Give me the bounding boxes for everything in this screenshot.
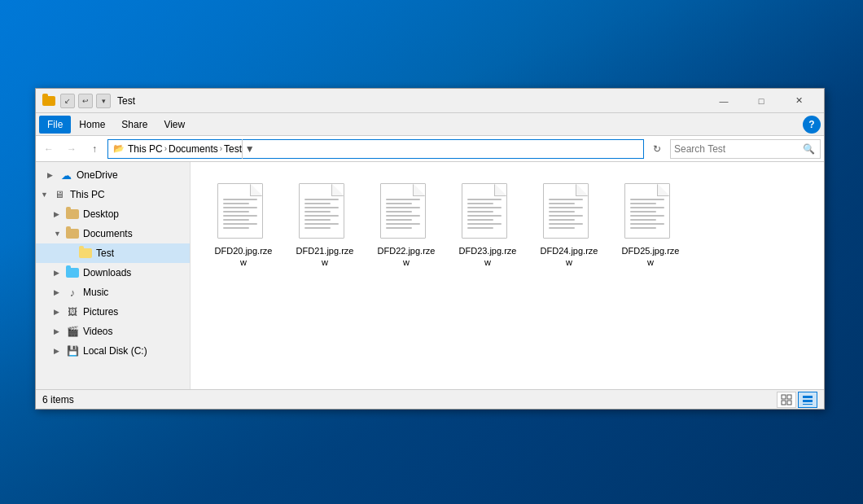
- sidebar-label-music: Music: [83, 287, 108, 298]
- doc-line: [386, 207, 420, 208]
- quick-btn-3[interactable]: ▾: [96, 94, 111, 108]
- sidebar-item-this-pc[interactable]: ▼ 🖥 This PC: [36, 185, 190, 204]
- sidebar-item-pictures[interactable]: ▶ 🖼 Pictures: [36, 302, 190, 322]
- doc-line: [630, 219, 656, 221]
- sidebar-item-videos[interactable]: ▶ 🎬 Videos: [36, 322, 190, 341]
- menu-share[interactable]: Share: [113, 116, 156, 134]
- address-dropdown[interactable]: ▼: [242, 139, 256, 159]
- forward-button[interactable]: →: [62, 139, 81, 159]
- search-icon[interactable]: 🔍: [800, 141, 817, 157]
- up-button[interactable]: ↑: [85, 139, 104, 159]
- sidebar-item-onedrive[interactable]: ▶ ☁ OneDrive: [36, 165, 190, 185]
- explorer-window: ↙ ↩ ▾ Test — □ ✕ File Home Share View ? …: [35, 88, 825, 410]
- file-icon: [380, 183, 432, 242]
- refresh-button[interactable]: ↻: [647, 139, 667, 159]
- menu-home[interactable]: Home: [71, 116, 113, 134]
- expand-arrow-downloads: ▶: [54, 269, 65, 277]
- breadcrumb-documents[interactable]: Documents: [169, 143, 218, 155]
- expand-arrow-onedrive: ▶: [47, 171, 59, 179]
- doc-line: [549, 227, 575, 229]
- doc-line: [386, 203, 412, 204]
- sidebar-item-local-disk[interactable]: ▶ 💾 Local Disk (C:): [36, 341, 190, 361]
- back-button[interactable]: ←: [39, 139, 59, 159]
- doc-line: [630, 203, 656, 204]
- file-item[interactable]: DFD25.jpg.rzew: [614, 178, 687, 274]
- doc-line: [304, 215, 339, 217]
- view-btn-list[interactable]: [798, 392, 817, 408]
- pictures-icon: 🖼: [65, 305, 80, 319]
- view-btn-grid[interactable]: [777, 392, 796, 408]
- content-area: DFD20.jpg.rzewDFD21.jpg.rzewDFD22.jpg.rz…: [191, 162, 824, 389]
- doc-lines: [386, 199, 420, 229]
- svg-rect-5: [803, 400, 813, 402]
- quick-btn-1[interactable]: ↙: [60, 94, 75, 108]
- file-item[interactable]: DFD21.jpg.rzew: [288, 178, 361, 274]
- file-item[interactable]: DFD20.jpg.rzew: [207, 178, 280, 274]
- doc-line: [304, 211, 331, 213]
- sidebar-label-pictures: Pictures: [83, 306, 118, 318]
- file-icon: [217, 183, 269, 242]
- document-icon: [217, 183, 263, 239]
- help-button[interactable]: ?: [803, 116, 821, 134]
- doc-line: [223, 199, 257, 200]
- main-area: ▶ ☁ OneDrive ▼ 🖥 This PC ▶ Desktop: [36, 162, 824, 389]
- doc-line: [386, 199, 420, 200]
- menu-file[interactable]: File: [39, 116, 71, 134]
- maximize-button[interactable]: □: [743, 89, 780, 113]
- doc-line: [549, 223, 583, 225]
- videos-icon: 🎬: [65, 324, 80, 339]
- status-item-count: 6 items: [42, 394, 777, 405]
- doc-line: [304, 207, 339, 208]
- doc-line: [304, 223, 339, 225]
- file-item[interactable]: DFD22.jpg.rzew: [370, 178, 443, 274]
- sidebar-item-test[interactable]: Test: [36, 243, 190, 263]
- breadcrumb-this-pc[interactable]: This PC: [128, 143, 163, 155]
- quick-btn-2[interactable]: ↩: [78, 94, 93, 108]
- breadcrumb: This PC › Documents › Test: [128, 143, 242, 155]
- document-icon: [380, 183, 426, 239]
- doc-line: [304, 203, 331, 204]
- minimize-button[interactable]: —: [705, 89, 743, 113]
- local-disk-icon: 💾: [65, 344, 80, 358]
- music-icon: ♪: [65, 285, 80, 300]
- sidebar-item-music[interactable]: ▶ ♪ Music: [36, 283, 190, 302]
- menu-view[interactable]: View: [156, 116, 193, 134]
- sidebar-label-local-disk: Local Disk (C:): [83, 345, 147, 357]
- file-name: DFD22.jpg.rzew: [375, 245, 438, 269]
- sidebar: ▶ ☁ OneDrive ▼ 🖥 This PC ▶ Desktop: [36, 162, 191, 389]
- breadcrumb-test[interactable]: Test: [224, 143, 242, 155]
- expand-arrow-this-pc: ▼: [41, 191, 52, 199]
- doc-lines: [223, 199, 257, 229]
- file-name: DFD20.jpg.rzew: [212, 245, 275, 269]
- status-bar: 6 items: [36, 389, 824, 409]
- doc-line: [223, 223, 257, 225]
- documents-icon: [65, 226, 80, 241]
- file-icon: [299, 183, 351, 242]
- doc-line: [467, 199, 502, 200]
- search-input[interactable]: [674, 143, 800, 155]
- breadcrumb-sep-2: ›: [220, 144, 222, 153]
- grid-view-icon: [781, 394, 792, 405]
- doc-line: [630, 215, 664, 217]
- file-item[interactable]: DFD24.jpg.rzew: [532, 178, 606, 274]
- doc-line: [467, 211, 493, 213]
- sidebar-item-documents[interactable]: ▼ Documents: [36, 224, 190, 243]
- search-box[interactable]: 🔍: [670, 139, 821, 159]
- doc-line: [630, 227, 656, 229]
- window-icon: [42, 94, 55, 107]
- sidebar-item-downloads[interactable]: ▶ Downloads: [36, 263, 190, 283]
- close-button[interactable]: ✕: [780, 89, 817, 113]
- file-icon: [462, 183, 514, 242]
- doc-lines: [549, 199, 583, 229]
- file-item[interactable]: DFD23.jpg.rzew: [451, 178, 524, 274]
- doc-line: [549, 207, 583, 208]
- doc-line: [549, 215, 583, 217]
- sidebar-item-desktop[interactable]: ▶ Desktop: [36, 204, 190, 224]
- doc-line: [467, 215, 502, 217]
- this-pc-icon: 🖥: [52, 187, 67, 202]
- expand-arrow-local-disk: ▶: [54, 347, 65, 355]
- doc-line: [304, 219, 331, 221]
- svg-rect-2: [782, 401, 786, 405]
- address-input[interactable]: 📂 This PC › Documents › Test ▼: [107, 139, 644, 159]
- doc-line: [549, 203, 575, 204]
